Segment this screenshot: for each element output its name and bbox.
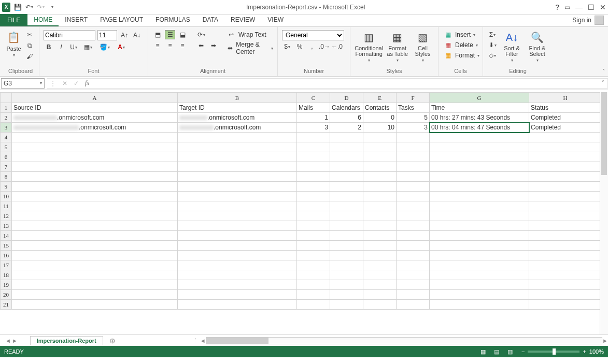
decrease-font-icon[interactable]: A↓ — [132, 31, 142, 40]
normal-view-icon[interactable]: ▦ — [478, 348, 488, 355]
row-header-6[interactable]: 6 — [1, 152, 12, 162]
cell-A19[interactable] — [12, 280, 178, 290]
col-header-D[interactable]: D — [330, 93, 363, 103]
cell-D3[interactable]: 2 — [330, 123, 363, 133]
insert-cells-button[interactable]: ▦Insert▾ — [443, 30, 479, 39]
cell-H6[interactable] — [529, 152, 602, 162]
cell-E1[interactable]: Contacts — [363, 103, 397, 113]
autosum-icon[interactable]: Σ▾ — [487, 30, 498, 39]
cell-H8[interactable] — [529, 172, 602, 182]
cell-F5[interactable] — [397, 142, 430, 152]
page-layout-view-icon[interactable]: ▤ — [491, 348, 502, 355]
row-header-7[interactable]: 7 — [1, 162, 12, 172]
cell-D9[interactable] — [330, 182, 363, 192]
cell-H1[interactable]: Status — [529, 103, 602, 113]
cell-A4[interactable] — [12, 133, 178, 142]
cell-H14[interactable] — [529, 231, 602, 241]
cell-B20[interactable] — [178, 290, 297, 300]
cell-D17[interactable] — [330, 260, 363, 270]
tab-formulas[interactable]: FORMULAS — [149, 14, 196, 26]
collapse-ribbon-icon[interactable]: ˄ — [602, 68, 605, 74]
cell-A13[interactable] — [12, 221, 178, 231]
cell-C10[interactable] — [297, 192, 330, 201]
cell-G18[interactable] — [430, 270, 529, 280]
cell-D13[interactable] — [330, 221, 363, 231]
cell-E12[interactable] — [363, 211, 397, 221]
add-sheet-icon[interactable]: ⊕ — [109, 337, 116, 345]
cell-A11[interactable] — [12, 201, 178, 211]
cell-A7[interactable] — [12, 162, 178, 172]
cell-E10[interactable] — [363, 192, 397, 201]
cell-A18[interactable] — [12, 270, 178, 280]
format-painter-icon[interactable]: 🖌 — [24, 52, 35, 61]
cell-C2[interactable]: 1 — [297, 113, 330, 123]
border-button[interactable]: ▦▾ — [81, 42, 95, 52]
cell-G5[interactable] — [430, 142, 529, 152]
cell-D19[interactable] — [330, 280, 363, 290]
cell-G7[interactable] — [430, 162, 529, 172]
cell-A9[interactable] — [12, 182, 178, 192]
cell-H5[interactable] — [529, 142, 602, 152]
increase-font-icon[interactable]: A↑ — [119, 31, 130, 40]
tab-page-layout[interactable]: PAGE LAYOUT — [94, 14, 149, 26]
cell-D1[interactable]: Calendars — [330, 103, 363, 113]
cell-B12[interactable] — [178, 211, 297, 221]
cell-H4[interactable] — [529, 133, 602, 142]
cell-C3[interactable]: 3 — [297, 123, 330, 133]
cell-G14[interactable] — [430, 231, 529, 241]
decrease-indent-icon[interactable]: ⬅ — [196, 41, 206, 50]
expand-formula-bar-icon[interactable]: ˅ — [601, 80, 604, 87]
cell-A6[interactable] — [12, 152, 178, 162]
row-header-12[interactable]: 12 — [1, 211, 12, 221]
cell-E15[interactable] — [363, 241, 397, 251]
cell-G15[interactable] — [430, 241, 529, 251]
cell-G11[interactable] — [430, 201, 529, 211]
cell-F21[interactable] — [397, 300, 430, 310]
row-header-20[interactable]: 20 — [1, 290, 12, 300]
cell-C1[interactable]: Mails — [297, 103, 330, 113]
cell-G17[interactable] — [430, 260, 529, 270]
cell-E11[interactable] — [363, 201, 397, 211]
tab-view[interactable]: VIEW — [261, 14, 290, 26]
cell-G2[interactable]: 00 hrs: 27 mins: 43 Seconds — [430, 113, 529, 123]
cell-H19[interactable] — [529, 280, 602, 290]
row-header-13[interactable]: 13 — [1, 221, 12, 231]
col-header-H[interactable]: H — [529, 93, 602, 103]
row-header-21[interactable]: 21 — [1, 300, 12, 310]
clear-icon[interactable]: ◇▾ — [487, 51, 498, 60]
cell-B18[interactable] — [178, 270, 297, 280]
row-header-15[interactable]: 15 — [1, 241, 12, 251]
cell-D11[interactable] — [330, 201, 363, 211]
row-header-3[interactable]: 3 — [1, 123, 12, 133]
font-color-button[interactable]: A▾ — [114, 42, 129, 52]
cell-D8[interactable] — [330, 172, 363, 182]
cell-B8[interactable] — [178, 172, 297, 182]
cell-F1[interactable]: Tasks — [397, 103, 430, 113]
font-size-combo[interactable] — [97, 30, 117, 40]
row-header-5[interactable]: 5 — [1, 142, 12, 152]
cell-F15[interactable] — [397, 241, 430, 251]
cell-B3[interactable]: xxxxxxxxxxx.onmicrosoft.com — [178, 123, 297, 133]
row-header-18[interactable]: 18 — [1, 270, 12, 280]
cell-C17[interactable] — [297, 260, 330, 270]
fill-icon[interactable]: ⬇▾ — [487, 40, 498, 50]
cell-D5[interactable] — [330, 142, 363, 152]
row-header-2[interactable]: 2 — [1, 113, 12, 123]
cell-A5[interactable] — [12, 142, 178, 152]
cell-H18[interactable] — [529, 270, 602, 280]
cell-E2[interactable]: 0 — [363, 113, 397, 123]
align-middle-icon[interactable]: ☰ — [165, 30, 175, 39]
zoom-in-icon[interactable]: + — [583, 348, 586, 355]
tab-file[interactable]: FILE — [0, 14, 27, 26]
cell-C6[interactable] — [297, 152, 330, 162]
row-header-17[interactable]: 17 — [1, 260, 12, 270]
cell-C14[interactable] — [297, 231, 330, 241]
cell-H20[interactable] — [529, 290, 602, 300]
merge-center-button[interactable]: ⬌Merge & Center▾ — [226, 41, 273, 55]
cell-C7[interactable] — [297, 162, 330, 172]
cell-A17[interactable] — [12, 260, 178, 270]
cell-E7[interactable] — [363, 162, 397, 172]
cell-C21[interactable] — [297, 300, 330, 310]
cell-C9[interactable] — [297, 182, 330, 192]
cell-F14[interactable] — [397, 231, 430, 241]
